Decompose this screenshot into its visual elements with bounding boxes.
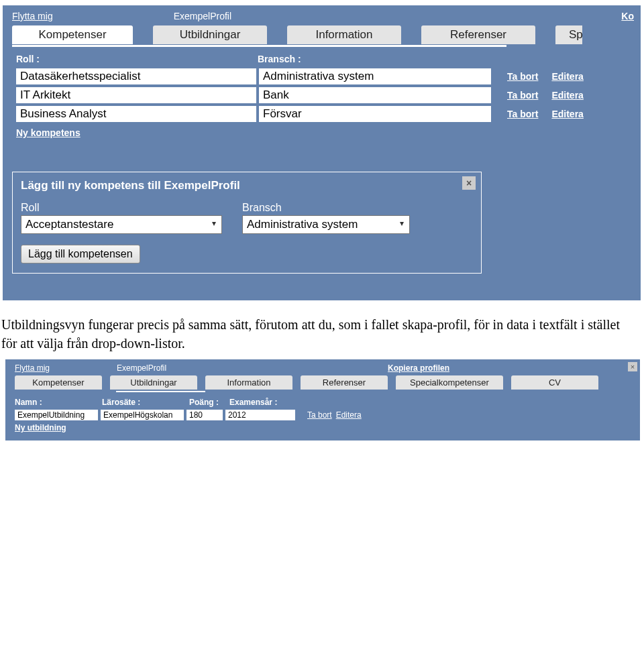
- remove-link[interactable]: Ta bort: [307, 410, 332, 420]
- cell-examensar: 2012: [225, 410, 295, 420]
- tab-kompetenser[interactable]: Kompetenser: [12, 25, 133, 44]
- bransch-select[interactable]: Administrativa system: [242, 215, 410, 234]
- profile-name: ExempelProfil: [117, 363, 166, 373]
- tab-information[interactable]: Information: [205, 375, 292, 390]
- table-header: Roll : Bransch :: [3, 47, 641, 68]
- header-namn: Namn :: [15, 398, 102, 407]
- move-profile-link[interactable]: Flytta mig: [15, 363, 50, 373]
- remove-link[interactable]: Ta bort: [507, 109, 538, 119]
- cell-larosate: ExempelHögskolan: [101, 410, 184, 420]
- roll-label: Roll: [21, 202, 222, 214]
- cell-namn: ExempelUtbildning: [15, 410, 98, 420]
- add-competence-modal: × Lägg till ny kompetens till ExempelPro…: [12, 172, 482, 274]
- table-row: IT Arkitekt Bank Ta bort Editera: [3, 87, 641, 106]
- top-nav: Flytta mig ExempelProfil Kopiera profile…: [5, 359, 640, 375]
- education-panel: × Flytta mig ExempelProfil Kopiera profi…: [5, 359, 640, 440]
- roll-select[interactable]: Acceptanstestare: [21, 215, 222, 234]
- header-poang: Poäng :: [189, 398, 229, 407]
- tab-referenser[interactable]: Referenser: [301, 375, 388, 390]
- cell-bransch: Administrativa system: [259, 68, 491, 84]
- top-right-link[interactable]: Ko: [621, 11, 634, 21]
- tab-bar: Kompetenser Utbildningar Information Ref…: [5, 375, 640, 392]
- profile-name: ExempelProfil: [174, 11, 231, 21]
- tab-utbildningar[interactable]: Utbildningar: [153, 25, 267, 44]
- cell-poang: 180: [186, 410, 223, 420]
- cell-roll: Business Analyst: [16, 106, 256, 122]
- tab-utbildningar[interactable]: Utbildningar: [110, 375, 197, 390]
- header-larosate: Lärosäte :: [102, 398, 189, 407]
- header-roll: Roll :: [16, 54, 258, 64]
- cell-bransch: Försvar: [259, 106, 491, 122]
- tab-referenser[interactable]: Referenser: [421, 25, 535, 44]
- bransch-label: Bransch: [242, 202, 410, 214]
- cell-bransch: Bank: [259, 87, 491, 103]
- edit-link[interactable]: Editera: [551, 90, 583, 101]
- tab-bar: Kompetenser Utbildningar Information Ref…: [3, 25, 641, 47]
- tab-specialkompetenser[interactable]: Specialkompetenser: [396, 375, 503, 390]
- remove-link[interactable]: Ta bort: [507, 71, 538, 82]
- table-row: ExempelUtbildning ExempelHögskolan 180 2…: [5, 410, 640, 422]
- header-bransch: Bransch :: [258, 54, 492, 64]
- modal-title: Lägg till ny kompetens till ExempelProfi…: [21, 179, 473, 192]
- cell-roll: IT Arkitekt: [16, 87, 256, 103]
- copy-profile-link[interactable]: Kopiera profilen: [388, 363, 449, 373]
- tab-information[interactable]: Information: [287, 25, 401, 44]
- edit-link[interactable]: Editera: [551, 109, 583, 119]
- top-nav: Flytta mig ExempelProfil Ko: [3, 5, 641, 25]
- header-examensar: Examensår :: [229, 398, 303, 407]
- tab-cv[interactable]: CV: [511, 375, 598, 390]
- table-row: Business Analyst Försvar Ta bort Editera: [3, 106, 641, 125]
- table-header: Namn : Lärosäte : Poäng : Examensår :: [5, 392, 640, 410]
- tab-kompetenser[interactable]: Kompetenser: [15, 375, 102, 390]
- add-competence-button[interactable]: Lägg till kompetensen: [21, 245, 140, 263]
- table-row: Datasäkerhetsspecialist Administrativa s…: [3, 68, 641, 87]
- edit-link[interactable]: Editera: [551, 71, 583, 82]
- close-icon[interactable]: ×: [462, 176, 476, 190]
- new-competence-link[interactable]: Ny kompetens: [16, 127, 80, 138]
- competences-panel: Flytta mig ExempelProfil Ko Kompetenser …: [3, 5, 641, 300]
- tab-special[interactable]: Sp: [555, 25, 582, 44]
- cell-roll: Datasäkerhetsspecialist: [16, 68, 256, 84]
- remove-link[interactable]: Ta bort: [507, 90, 538, 101]
- edit-link[interactable]: Editera: [336, 410, 362, 420]
- move-profile-link[interactable]: Flytta mig: [12, 11, 53, 21]
- description-text: Utbildningsvyn fungerar precis på samma …: [1, 315, 632, 353]
- close-icon[interactable]: ×: [628, 362, 637, 371]
- new-education-link[interactable]: Ny utbildning: [15, 423, 66, 432]
